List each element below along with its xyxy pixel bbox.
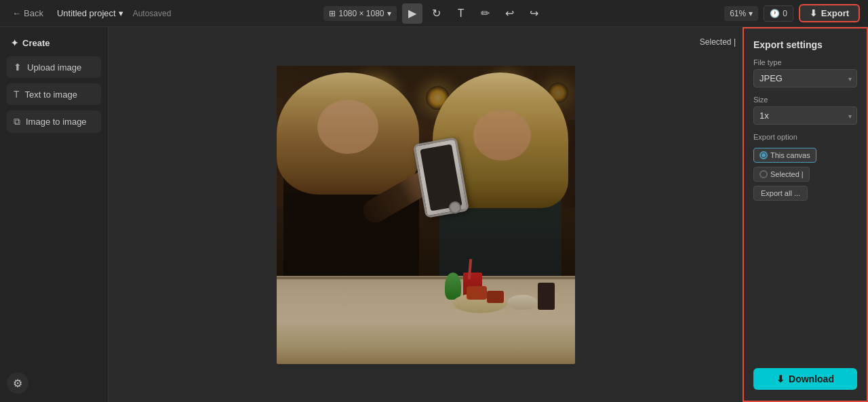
project-name-label: Untitled project [57,8,116,18]
redo-button[interactable]: ↪ [524,3,545,24]
main-layout: ✦ Create ⬆ Upload image T Text to image … [0,27,868,402]
this-canvas-button[interactable]: This canvas [753,148,816,163]
project-name-chevron-icon: ▾ [119,8,123,18]
upload-image-icon: ⬆ [14,62,22,73]
rotate-tool-button[interactable]: ↻ [427,3,447,24]
select-tool-button[interactable]: ▶ [402,3,422,24]
zoom-chevron-icon: ▾ [749,9,753,18]
topbar-center: ⊞ 1080 × 1080 ▾ ▶ ↻ T ✏ ↩ ↪ [323,3,544,24]
sidebar-item-text-to-image[interactable]: T Text to image [7,83,101,105]
size-label: Size [753,96,857,104]
text-to-image-icon: T [14,89,20,100]
zoom-level-label: 61% [730,9,746,18]
selected-button[interactable]: Selected | [753,167,810,182]
file-type-select-wrapper: JPEG PNG WebP PDF ▾ [753,69,857,87]
export-option-label: Export option [753,133,857,141]
download-icon: ⬇ [776,374,785,384]
export-label: Export [821,8,849,18]
size-select[interactable]: 1x 2x 3x 0.5x [753,106,857,125]
text-tool-button[interactable]: T [451,3,471,24]
file-type-select[interactable]: JPEG PNG WebP PDF [753,69,857,87]
history-count-label: 0 [783,9,787,18]
size-section: Size 1x 2x 3x 0.5x ▾ [753,96,857,125]
download-button[interactable]: ⬇ Download [753,368,857,390]
this-canvas-label: This canvas [770,151,810,159]
export-option-section: Export option This canvas Selected | Exp… [753,133,857,201]
export-all-label: Export all ... [761,189,800,197]
history-button[interactable]: 🕐 0 [764,5,793,22]
download-label: Download [789,374,834,384]
project-name-button[interactable]: Untitled project ▾ [53,5,127,21]
sidebar: ✦ Create ⬆ Upload image T Text to image … [0,27,108,402]
create-icon: ✦ [11,38,18,48]
back-arrow-icon: ← [12,8,21,18]
export-button[interactable]: ⬇ Export [799,4,860,22]
file-type-label: File type [753,58,857,66]
sidebar-item-upload-image[interactable]: ⬆ Upload image [7,56,101,78]
autosaved-label: Autosaved [133,9,172,18]
settings-button[interactable]: ⚙ [7,372,28,394]
size-select-wrapper: 1x 2x 3x 0.5x ▾ [753,106,857,125]
export-all-row: Export all ... [753,186,857,201]
pen-tool-button[interactable]: ✏ [475,3,496,24]
sidebar-bottom: ⚙ [7,372,101,394]
topbar-right: 61% ▾ 🕐 0 ⬇ Export [550,4,860,22]
selected-option-label: Selected | [770,170,804,178]
selected-radio-icon [760,170,768,178]
photo-scene [277,66,575,364]
history-icon: 🕐 [770,9,780,18]
toolbar-icons: ▶ ↻ T ✏ ↩ ↪ [402,3,545,24]
undo-button[interactable]: ↩ [500,3,520,24]
selected-text: Selected | [700,37,736,47]
topbar-left: ← Back Untitled project ▾ Autosaved [8,5,318,21]
selected-outside-label: Selected | [700,37,736,47]
export-panel: Export settings File type JPEG PNG WebP … [743,27,868,402]
canvas-size-chevron-icon: ▾ [387,9,391,18]
image-to-image-icon: ⧉ [14,116,20,127]
export-panel-title: Export settings [753,39,857,50]
canvas-size-button[interactable]: ⊞ 1080 × 1080 ▾ [323,6,396,21]
export-all-button[interactable]: Export all ... [753,186,808,201]
this-canvas-radio-icon [760,151,768,159]
export-icon: ⬇ [810,8,817,18]
canvas-area[interactable]: Selected | [108,27,743,402]
back-button[interactable]: ← Back [8,5,47,21]
zoom-button[interactable]: 61% ▾ [724,6,758,21]
sidebar-item-upload-label: Upload image [27,62,81,73]
canvas-size-icon: ⊞ [329,9,336,18]
sidebar-item-image-to-image[interactable]: ⧉ Image to image [7,110,101,133]
export-option-row: This canvas Selected | [753,148,857,182]
canvas-image [277,66,575,364]
file-type-section: File type JPEG PNG WebP PDF ▾ [753,58,857,87]
sidebar-item-image-label: Image to image [26,117,87,127]
sidebar-item-text-label: Text to image [25,89,77,100]
back-label: Back [24,8,43,18]
canvas-size-label: 1080 × 1080 [338,9,384,18]
topbar: ← Back Untitled project ▾ Autosaved ⊞ 10… [0,0,868,27]
sidebar-create-label: ✦ Create [7,35,101,51]
